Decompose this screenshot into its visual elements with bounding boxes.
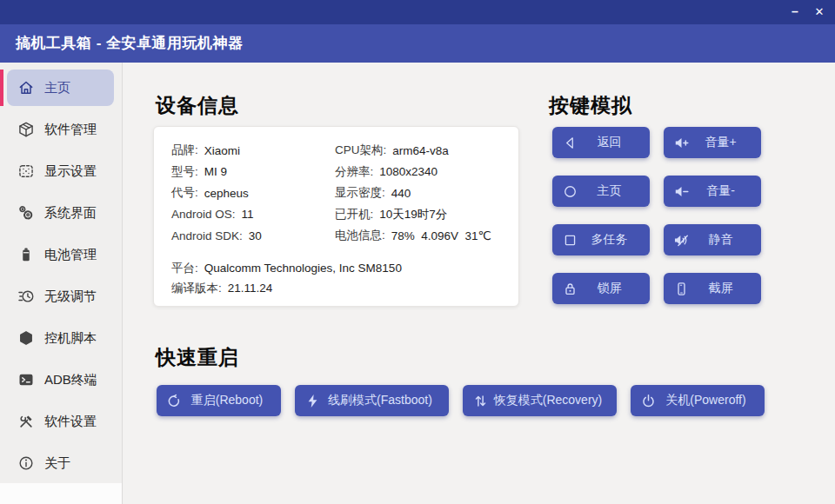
- app-header: 搞机工具箱 - 全安卓通用玩机神器: [0, 24, 835, 63]
- app-title: 搞机工具箱 - 全安卓通用玩机神器: [0, 24, 835, 63]
- field-value: 11: [242, 208, 254, 221]
- sidebar-item-display-settings[interactable]: 显示设置: [7, 153, 114, 189]
- quick-reboot-heading: 快速重启: [156, 344, 239, 371]
- sidebar-item-label: 显示设置: [44, 163, 97, 180]
- main-content: 设备信息 品牌: Xiaomi 型号: MI 9 代号: cepheus: [123, 63, 835, 504]
- field-label: 已开机:: [335, 207, 373, 222]
- device-field-platform: 平台: Qualcomm Technologies, Inc SM8150: [171, 259, 501, 278]
- device-info-heading: 设备信息: [156, 92, 239, 119]
- app-body: 主页 软件管理 显示设置: [0, 63, 835, 504]
- sidebar-item-control-script[interactable]: 控机脚本: [7, 320, 114, 356]
- device-field-model: 型号: MI 9: [171, 162, 335, 183]
- button-label: 音量-: [690, 183, 752, 199]
- button-label: 主页: [578, 183, 640, 199]
- field-value: arm64-v8a: [392, 144, 449, 157]
- recovery-button[interactable]: 恢复模式(Recovery): [463, 385, 617, 416]
- sidebar-item-battery[interactable]: 电池管理: [7, 236, 114, 273]
- device-field-uptime: 已开机: 10天19时7分: [335, 204, 501, 226]
- field-label: 代号:: [171, 185, 198, 201]
- button-label: 静音: [690, 232, 752, 248]
- device-field-density: 显示密度: 440: [335, 182, 501, 204]
- poweroff-button[interactable]: 关机(Poweroff): [631, 385, 765, 416]
- device-field-android-os: Android OS: 11: [171, 204, 335, 226]
- home-key-button[interactable]: 主页: [552, 176, 650, 207]
- field-value: 10天19时7分: [379, 207, 447, 222]
- tuning-clock-icon: [17, 288, 35, 305]
- sidebar-item-label: 软件管理: [44, 122, 97, 138]
- sidebar-item-label: 关于: [44, 455, 70, 472]
- screenshot-phone-icon: [673, 281, 690, 297]
- back-triangle-icon: [562, 135, 578, 151]
- sidebar-item-adb-terminal[interactable]: ADB终端: [7, 361, 114, 398]
- power-icon: [640, 393, 657, 409]
- field-label: 电池信息:: [335, 228, 385, 243]
- field-value: Qualcomm Technologies, Inc SM8150: [204, 262, 402, 275]
- sidebar-item-stepless-tuning[interactable]: 无级调节: [7, 278, 114, 315]
- quick-reboot-row: 重启(Reboot) 线刷模式(Fastboot) 恢复模式(Reco: [157, 385, 765, 416]
- display-icon: [17, 162, 35, 180]
- back-button[interactable]: 返回: [552, 127, 650, 158]
- battery-icon: [17, 246, 35, 263]
- device-field-codename: 代号: cepheus: [171, 182, 335, 204]
- button-label: 截屏: [690, 281, 752, 296]
- field-label: CPU架构:: [335, 143, 386, 158]
- volume-up-icon: [673, 135, 690, 151]
- lock-screen-button[interactable]: 锁屏: [552, 273, 650, 304]
- terminal-icon: [17, 371, 35, 388]
- button-label: 锁屏: [578, 281, 640, 296]
- close-button[interactable]: ✕: [809, 0, 830, 24]
- sidebar-item-app-settings[interactable]: 软件设置: [7, 403, 114, 440]
- volume-down-button[interactable]: 音量-: [664, 176, 761, 207]
- sidebar-item-app-manage[interactable]: 软件管理: [7, 111, 114, 148]
- multitask-button[interactable]: 多任务: [552, 224, 650, 255]
- field-label: 型号:: [171, 164, 198, 180]
- key-simulation-grid: 返回 音量+ 主页: [552, 127, 761, 304]
- device-info-right-column: CPU架构: arm64-v8a 分辨率: 1080x2340 显示密度: 44…: [335, 140, 501, 247]
- sidebar-item-label: ADB终端: [44, 372, 97, 388]
- minimize-button[interactable]: –: [785, 0, 805, 24]
- field-value: 1080x2340: [379, 165, 438, 178]
- sidebar-item-label: 主页: [44, 80, 70, 96]
- sidebar-item-label: 电池管理: [44, 247, 97, 263]
- field-value: 78% 4.096V 31℃: [391, 229, 491, 242]
- device-field-battery: 电池信息: 78% 4.096V 31℃: [335, 225, 501, 247]
- device-field-brand: 品牌: Xiaomi: [171, 140, 335, 162]
- field-label: Android SDK:: [171, 229, 243, 242]
- device-field-resolution: 分辨率: 1080x2340: [335, 162, 501, 183]
- fastboot-button[interactable]: 线刷模式(Fastboot): [295, 385, 449, 416]
- package-icon: [17, 121, 35, 138]
- field-value: MI 9: [204, 165, 227, 178]
- multitask-square-icon: [562, 232, 578, 249]
- home-circle-icon: [562, 183, 578, 200]
- sidebar-item-label: 控机脚本: [44, 330, 97, 347]
- volume-up-button[interactable]: 音量+: [664, 127, 761, 158]
- field-value: 21.11.24: [228, 282, 273, 295]
- field-label: Android OS:: [171, 208, 236, 221]
- tools-icon: [17, 413, 35, 430]
- screenshot-button[interactable]: 截屏: [664, 273, 761, 304]
- button-label: 音量+: [690, 135, 752, 150]
- reboot-button[interactable]: 重启(Reboot): [157, 385, 281, 416]
- button-label: 重启(Reboot): [183, 393, 271, 408]
- info-icon: [17, 454, 35, 472]
- active-item-accent: [0, 70, 3, 106]
- field-label: 分辨率:: [335, 164, 373, 180]
- field-value: cepheus: [204, 187, 249, 200]
- button-label: 多任务: [578, 232, 640, 248]
- hexagon-icon: [17, 329, 35, 347]
- device-info-left-column: 品牌: Xiaomi 型号: MI 9 代号: cepheus Android …: [171, 140, 335, 247]
- window-titlebar: – ✕: [0, 0, 835, 24]
- field-label: 编译版本:: [171, 281, 222, 296]
- sidebar-item-home[interactable]: 主页: [7, 70, 114, 106]
- up-down-arrows-icon: [472, 393, 489, 409]
- sidebar-item-label: 无级调节: [44, 288, 97, 305]
- sidebar-item-system-ui[interactable]: 系统界面: [7, 195, 114, 231]
- field-label: 平台:: [171, 261, 198, 276]
- device-field-build-version: 编译版本: 21.11.24: [171, 278, 501, 300]
- sidebar-item-about[interactable]: 关于: [7, 445, 114, 481]
- field-label: 品牌:: [171, 143, 198, 158]
- mute-button[interactable]: 静音: [664, 224, 761, 255]
- sidebar: 主页 软件管理 显示设置: [0, 63, 123, 504]
- button-label: 恢复模式(Recovery): [489, 393, 607, 408]
- reboot-arrow-icon: [166, 393, 183, 409]
